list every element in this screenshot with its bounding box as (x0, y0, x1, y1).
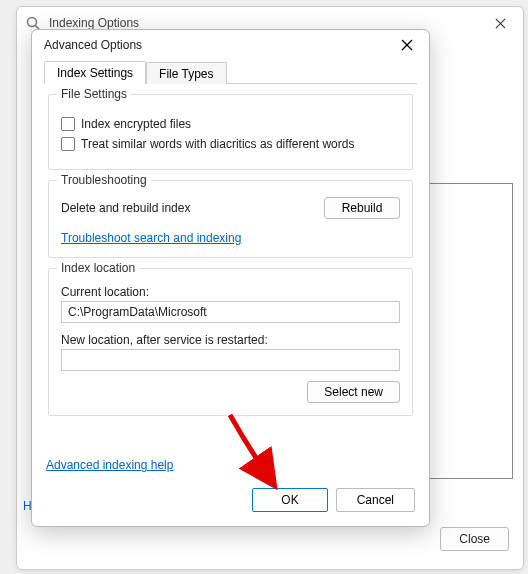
advanced-help-link[interactable]: Advanced indexing help (46, 458, 173, 472)
encrypted-row: Index encrypted files (61, 117, 400, 131)
new-location-label: New location, after service is restarted… (61, 333, 400, 347)
current-location-label: Current location: (61, 285, 400, 299)
parent-close-footer-button[interactable]: Close (440, 527, 509, 551)
new-location-input[interactable] (61, 349, 400, 371)
advanced-options-dialog: Advanced Options Index Settings File Typ… (31, 29, 430, 527)
svg-point-0 (28, 18, 37, 27)
cancel-button[interactable]: Cancel (336, 488, 415, 512)
index-encrypted-label: Index encrypted files (81, 117, 191, 131)
troubleshoot-link[interactable]: Troubleshoot search and indexing (61, 231, 241, 245)
ok-button[interactable]: OK (252, 488, 327, 512)
dialog-close-button[interactable] (389, 32, 425, 58)
diacritics-checkbox[interactable] (61, 137, 75, 151)
diacritics-row: Treat similar words with diacritics as d… (61, 137, 400, 151)
index-encrypted-checkbox[interactable] (61, 117, 75, 131)
rebuild-row: Delete and rebuild index Rebuild (61, 197, 400, 219)
diacritics-label: Treat similar words with diacritics as d… (81, 137, 354, 151)
tab-index-settings[interactable]: Index Settings (44, 61, 146, 84)
dialog-titlebar: Advanced Options (32, 30, 429, 60)
select-new-button[interactable]: Select new (307, 381, 400, 403)
dialog-body: Index Settings File Types File Settings … (44, 60, 417, 476)
tab-strip: Index Settings File Types (44, 60, 417, 84)
troubleshooting-group: Troubleshooting Delete and rebuild index… (48, 180, 413, 258)
rebuild-button[interactable]: Rebuild (324, 197, 400, 219)
file-settings-group: File Settings Index encrypted files Trea… (48, 94, 413, 170)
dialog-title: Advanced Options (44, 38, 142, 52)
parent-title: Indexing Options (49, 16, 139, 30)
troubleshooting-legend: Troubleshooting (57, 173, 151, 187)
index-location-group: Index location Current location: C:\Prog… (48, 268, 413, 416)
dialog-button-row: OK Cancel (252, 488, 415, 512)
current-location-value: C:\ProgramData\Microsoft (61, 301, 400, 323)
tab-file-types[interactable]: File Types (146, 62, 226, 84)
parent-close-button[interactable] (477, 7, 523, 39)
parent-footer: Close (440, 527, 509, 551)
index-location-legend: Index location (57, 261, 139, 275)
file-settings-legend: File Settings (57, 87, 131, 101)
delete-rebuild-label: Delete and rebuild index (61, 201, 190, 215)
